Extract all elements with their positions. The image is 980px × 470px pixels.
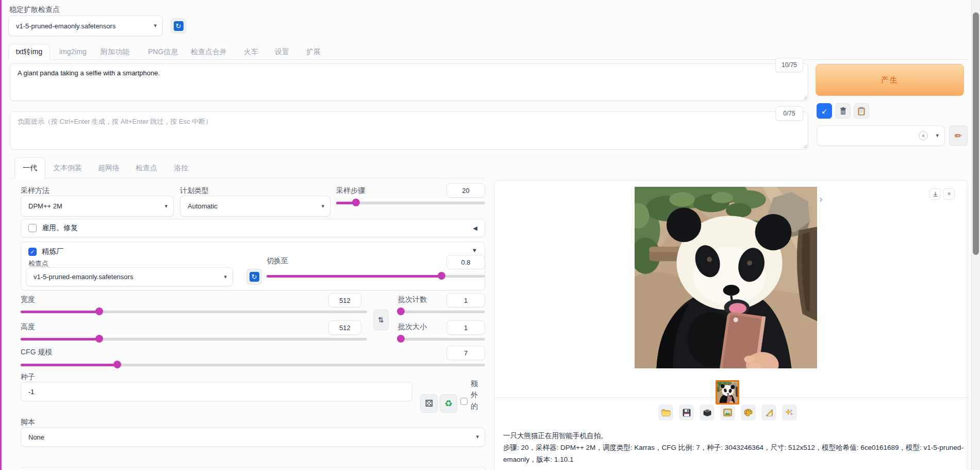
seed-input[interactable] [21, 382, 412, 401]
send-to-extras-button[interactable] [761, 404, 776, 420]
slider-track[interactable] [398, 311, 485, 313]
steps-value[interactable]: 20 [446, 183, 485, 198]
cfg-scale-value[interactable]: 7 [446, 346, 485, 360]
batch-size-value[interactable]: 1 [446, 320, 485, 335]
send-to-img2img-button[interactable] [720, 404, 735, 420]
generate-button[interactable]: 产生 [816, 64, 964, 96]
schedule-label: 计划类型 [180, 186, 209, 196]
chevron-down-icon: ▾ [476, 433, 479, 440]
tab-png-info[interactable]: PNG信息 [148, 47, 178, 57]
trash-icon [839, 107, 847, 116]
close-gallery-button[interactable]: × [943, 188, 955, 200]
save-zip-button[interactable] [700, 404, 715, 420]
negative-prompt-token-counter: 0/75 [775, 106, 803, 121]
slider-fill [267, 275, 441, 278]
refresh-icon: ↻ [174, 21, 184, 31]
hires-fix-accordion[interactable]: 雇用。修复 ◀ [21, 219, 485, 237]
collapse-icon[interactable]: ◀ [473, 225, 477, 232]
slider-thumb[interactable] [113, 361, 121, 368]
tab-settings[interactable]: 设置 [275, 47, 289, 57]
slider-track[interactable] [398, 338, 485, 341]
extra-seed-group: 额外的 [460, 378, 485, 412]
tab-txt2img[interactable]: txt转img [8, 44, 50, 60]
tab-checkpoints[interactable]: 检查点 [136, 164, 157, 173]
expand-icon[interactable]: ▼ [472, 247, 477, 253]
tab-label: 一代 [23, 164, 37, 173]
paste-params-button[interactable]: ↙ [817, 103, 832, 119]
width-value[interactable]: 512 [328, 293, 361, 307]
refiner-switch-slider[interactable] [267, 272, 485, 280]
batch-count-slider[interactable] [398, 307, 485, 315]
download-image-button[interactable] [929, 188, 941, 200]
refiner-switch-value[interactable]: 0.8 [446, 255, 485, 269]
slider-thumb[interactable] [95, 335, 103, 343]
refresh-refiner-button[interactable]: ↻ [246, 269, 262, 285]
batch-size-label: 批次大小 [398, 322, 427, 332]
refresh-checkpoints-button[interactable]: ↻ [171, 18, 186, 34]
folder-icon [661, 409, 671, 416]
refiner-checkpoint-value: v1-5-pruned-emaonly.safetensors [34, 273, 133, 281]
tab-textual-inversion[interactable]: 文本倒装 [53, 164, 82, 173]
batch-count-value[interactable]: 1 [446, 293, 485, 307]
seed-label: 种子 [21, 372, 35, 382]
open-folder-button[interactable] [658, 404, 673, 420]
slider-thumb[interactable] [438, 272, 445, 280]
edit-styles-button[interactable]: ✏ [949, 125, 968, 146]
upscale-button[interactable] [782, 404, 797, 420]
negative-prompt-input[interactable] [10, 111, 808, 150]
generation-parameters[interactable]: 步骤: 20，采样器: DPM++ 2M，调度类型: Karras，CFG 比例… [503, 442, 967, 465]
script-dropdown[interactable]: None ▾ [21, 427, 485, 447]
height-slider[interactable] [21, 335, 367, 343]
zip-archive-icon [703, 409, 712, 416]
slider-fill [21, 338, 99, 341]
styles-dropdown[interactable]: × ▾ [817, 125, 945, 146]
refiner-checkpoint-dropdown[interactable]: v1-5-pruned-emaonly.safetensors ▾ [26, 267, 233, 286]
pencil-icon: ✏ [955, 131, 962, 141]
save-icon [683, 409, 691, 417]
tab-hypernetworks[interactable]: 超网络 [98, 164, 120, 173]
tab-lora[interactable]: 洛拉 [174, 164, 188, 173]
generated-image[interactable] [635, 187, 817, 368]
slider-thumb[interactable] [397, 335, 405, 343]
extra-seed-checkbox[interactable] [460, 398, 468, 405]
save-button[interactable] [679, 404, 694, 420]
schedule-value: Automatic [188, 202, 218, 210]
scrollbar-thumb[interactable] [973, 12, 979, 255]
extra-seed-label: 额外的 [471, 378, 479, 412]
tab-extensions[interactable]: 扩展 [306, 47, 321, 57]
cfg-scale-slider[interactable] [21, 361, 485, 368]
tab-generation[interactable]: 一代 [14, 157, 45, 179]
gallery-thumbnail-selected[interactable] [716, 380, 739, 404]
schedule-dropdown[interactable]: Automatic ▾ [180, 196, 330, 217]
tab-label: txt转img [16, 47, 42, 57]
apply-styles-button[interactable] [854, 103, 869, 119]
slider-thumb[interactable] [397, 307, 405, 315]
slider-thumb[interactable] [352, 199, 360, 206]
generate-label: 产生 [881, 75, 899, 85]
clear-styles-icon[interactable]: × [919, 131, 928, 140]
swap-dimensions-button[interactable]: ⇅ [373, 310, 389, 330]
steps-slider[interactable] [336, 199, 485, 206]
prompt-input[interactable]: A giant panda taking a selfie with a sma… [10, 63, 808, 101]
dice-icon: ⚄ [425, 398, 433, 409]
refiner-checkbox[interactable]: ✓ [28, 248, 37, 256]
slider-thumb[interactable] [95, 307, 103, 315]
width-slider[interactable] [21, 307, 367, 315]
batch-size-slider[interactable] [398, 335, 485, 343]
tab-img2img[interactable]: img2img [59, 47, 87, 56]
sampler-dropdown[interactable]: DPM++ 2M ▾ [21, 196, 174, 217]
sparkles-icon [785, 409, 794, 417]
reuse-seed-button[interactable]: ♻ [440, 394, 457, 413]
refresh-icon: ↻ [250, 272, 259, 282]
hires-fix-checkbox[interactable] [28, 224, 37, 232]
recycle-icon: ♻ [444, 398, 452, 409]
clear-prompt-button[interactable] [835, 103, 851, 119]
tab-checkpoint-merger[interactable]: 检查点合并 [191, 47, 227, 57]
tab-train[interactable]: 火车 [244, 47, 258, 57]
send-to-inpaint-button[interactable] [741, 404, 756, 420]
chevron-right-icon[interactable]: › [819, 193, 823, 205]
tab-extras[interactable]: 附加功能 [101, 47, 129, 57]
random-seed-button[interactable]: ⚄ [420, 394, 438, 413]
height-value[interactable]: 512 [328, 320, 361, 335]
checkpoint-dropdown[interactable]: v1-5-pruned-emaonly.safetensors ▾ [8, 15, 163, 36]
